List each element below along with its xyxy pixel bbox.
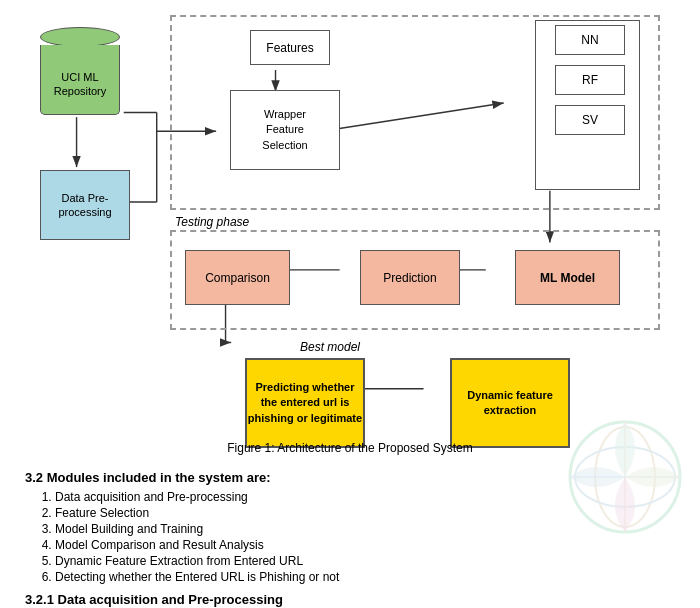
rf-box: RF [555, 65, 625, 95]
predicting-box: Predicting whether the entered url is ph… [245, 358, 365, 448]
uci-repository: UCI ML Repository [40, 25, 120, 115]
module-item-5: Dynamic Feature Extraction from Entered … [55, 554, 675, 568]
ml-model-label: ML Model [540, 271, 595, 285]
cylinder-top [40, 27, 120, 47]
prediction-box: Prediction [360, 250, 460, 305]
watermark-logo [565, 417, 685, 537]
sv-box: SV [555, 105, 625, 135]
dynamic-label: Dynamic feature extraction [452, 388, 568, 419]
comparison-box: Comparison [185, 250, 290, 305]
sv-label: SV [582, 113, 598, 127]
data-preprocessing-label: Data Pre-processing [41, 191, 129, 220]
comparison-label: Comparison [205, 271, 270, 285]
wrapper-label: WrapperFeatureSelection [262, 107, 307, 153]
diagram-container: UCI ML Repository Data Pre-processing Fe… [20, 10, 680, 460]
nn-label: NN [581, 33, 598, 47]
sub-section-heading: 3.2.1 Data acquisition and Pre-processin… [25, 592, 675, 607]
testing-phase-label: Testing phase [175, 215, 249, 229]
nn-box: NN [555, 25, 625, 55]
rf-label: RF [582, 73, 598, 87]
page: UCI ML Repository Data Pre-processing Fe… [0, 0, 700, 608]
ml-model-box: ML Model [515, 250, 620, 305]
data-preprocessing-box: Data Pre-processing [40, 170, 130, 240]
uci-label: UCI ML Repository [41, 70, 119, 99]
module-item-6: Detecting whether the Entered URL is Phi… [55, 570, 675, 584]
classifiers-group: NN RF SV [550, 25, 640, 145]
wrapper-selection-box: WrapperFeatureSelection [230, 90, 340, 170]
predicting-label: Predicting whether the entered url is ph… [247, 380, 363, 426]
dynamic-feature-box: Dynamic feature extraction [450, 358, 570, 448]
cylinder-body: UCI ML Repository [40, 45, 120, 115]
module-item-4: Model Comparison and Result Analysis [55, 538, 675, 552]
features-box: Features [250, 30, 330, 65]
best-model-label: Best model [300, 340, 360, 354]
prediction-label: Prediction [383, 271, 436, 285]
features-label: Features [266, 41, 313, 55]
